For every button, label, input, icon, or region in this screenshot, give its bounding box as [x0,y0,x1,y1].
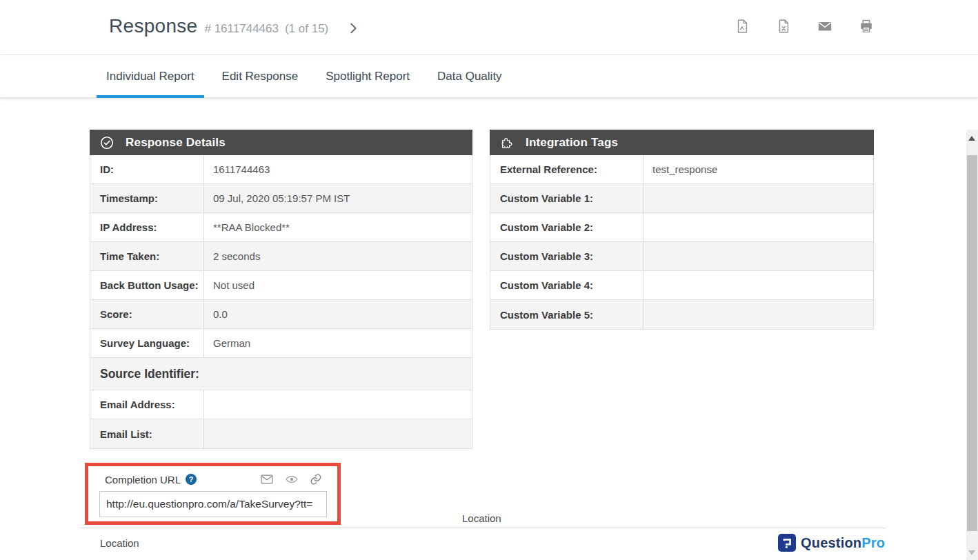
row-label: Back Button Usage: [90,271,204,299]
row-label: Custom Variable 5: [490,300,643,329]
tab-spotlight-report[interactable]: Spotlight Report [316,56,419,97]
row-label: Email Address: [90,390,204,419]
source-identifier-row: Source Identifier: [90,358,472,390]
response-details-header: Response Details [90,130,472,155]
row-value: 0.0 [204,300,472,328]
row-value: 1611744463 [204,155,472,183]
completion-url-highlight: Completion URL ? [85,463,341,525]
table-row: External Reference: test_response [490,155,873,184]
row-value [643,242,873,270]
row-value [643,271,873,299]
table-row: Email List: [90,419,472,448]
puzzle-icon [499,135,515,150]
table-row: Email Address: [90,390,472,419]
row-label: Score: [90,300,204,328]
response-position: (1 of 15) [285,22,328,36]
row-label: Email List: [90,419,204,448]
check-circle-icon [99,135,114,150]
row-label: IP Address: [90,213,204,241]
row-label: External Reference: [490,155,643,183]
pdf-export-icon[interactable] [735,19,750,34]
row-value [204,419,472,448]
table-row: Score: 0.0 [90,300,472,329]
row-value: Not used [204,271,472,299]
row-value [643,213,873,241]
completion-url-input[interactable] [99,491,327,517]
row-label: Custom Variable 3: [490,242,643,270]
questionpro-logo-text: QuestionPro [801,535,885,551]
row-value [643,184,873,212]
tab-data-quality[interactable]: Data Quality [428,56,512,97]
section-divider [79,528,885,528]
integration-tags-table: External Reference: test_response Custom… [490,155,874,330]
tab-individual-report[interactable]: Individual Report [97,56,204,97]
table-row: Back Button Usage: Not used [90,271,472,300]
header-actions [735,19,874,34]
next-response-button[interactable] [346,21,361,36]
row-value: German [204,329,472,357]
excel-export-icon[interactable] [776,19,791,34]
title-wrap: Response # 1611744463 (1 of 15) [109,15,328,37]
table-row: Survey Language: German [90,329,472,358]
questionpro-logo[interactable]: QuestionPro [778,534,885,552]
row-value [204,390,472,419]
tabs: Individual Report Edit Response Spotligh… [97,56,520,97]
tab-edit-response[interactable]: Edit Response [212,56,308,97]
integration-tags-panel: Integration Tags External Reference: tes… [490,130,874,330]
brand-text-question: Question [801,535,861,550]
completion-url-actions [260,472,322,486]
table-row: Custom Variable 2: [490,213,873,242]
row-label: Custom Variable 1: [490,184,643,212]
table-row: Custom Variable 3: [490,242,873,271]
table-row: Custom Variable 1: [490,184,873,213]
table-row: Time Taken: 2 seconds [90,242,472,271]
integration-tags-header: Integration Tags [490,130,874,155]
completion-url-header: Completion URL ? [105,471,322,488]
brand-text-pro: Pro [861,535,885,550]
scrollbar-thumb[interactable] [967,155,977,531]
scrollbar-down-arrow[interactable] [968,550,975,555]
row-label: ID: [90,155,204,183]
row-value: 2 seconds [204,242,472,270]
row-value: test_response [643,155,873,183]
row-label: Time Taken: [90,242,204,270]
scrollbar[interactable] [966,130,978,560]
response-id: # 1611744463 [204,22,278,36]
help-icon[interactable]: ? [186,474,197,485]
location-title-left: Location [100,537,139,549]
table-row: Timestamp: 09 Jul, 2020 05:19:57 PM IST [90,184,472,213]
link-icon[interactable] [310,473,322,486]
completion-url-label: Completion URL [105,474,181,486]
questionpro-logo-icon [778,534,796,552]
location-title-right: Location [462,512,501,524]
tab-bar: Individual Report Edit Response Spotligh… [0,56,978,98]
panel-title: Response Details [126,136,226,150]
app-header: Response # 1611744463 (1 of 15) [0,0,978,55]
row-value [643,300,873,329]
panel-title: Integration Tags [526,136,618,150]
row-value: **RAA Blocked** [204,213,472,241]
row-label: Survey Language: [90,329,204,357]
send-email-icon[interactable] [260,472,274,486]
eye-icon[interactable] [285,472,299,486]
row-label: Timestamp: [90,184,204,212]
page-title: Response [109,15,197,37]
response-details-panel: Response Details ID: 1611744463 Timestam… [90,130,472,449]
table-row: IP Address: **RAA Blocked** [90,213,472,242]
row-label: Custom Variable 2: [490,213,643,241]
response-details-table: ID: 1611744463 Timestamp: 09 Jul, 2020 0… [90,155,472,449]
table-row: ID: 1611744463 [90,155,472,184]
email-icon[interactable] [817,19,832,34]
table-row: Custom Variable 4: [490,271,873,300]
scrollbar-up-arrow[interactable] [968,136,975,141]
table-row: Custom Variable 5: [490,300,873,329]
row-value: 09 Jul, 2020 05:19:57 PM IST [204,184,472,212]
print-icon[interactable] [859,19,874,34]
chevron-right-icon [346,21,361,36]
row-label: Custom Variable 4: [490,271,643,299]
